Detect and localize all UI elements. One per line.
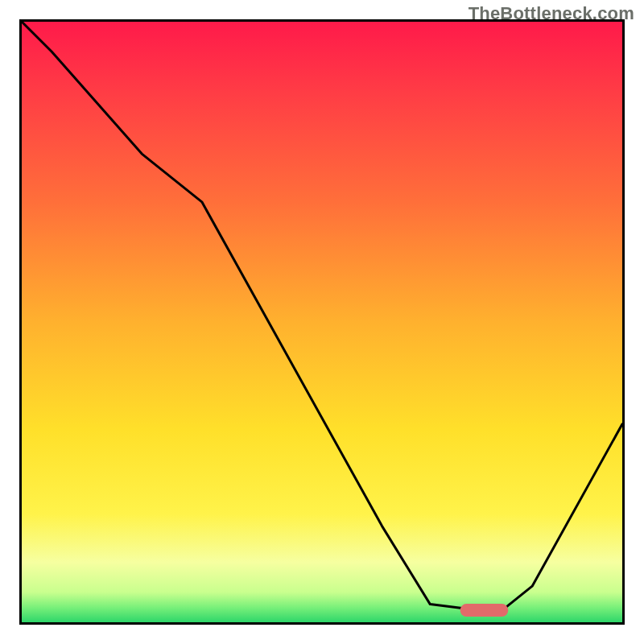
chart-area bbox=[19, 19, 625, 625]
gradient-background bbox=[22, 22, 622, 622]
optimal-marker bbox=[460, 604, 509, 617]
chart-svg bbox=[22, 22, 622, 622]
